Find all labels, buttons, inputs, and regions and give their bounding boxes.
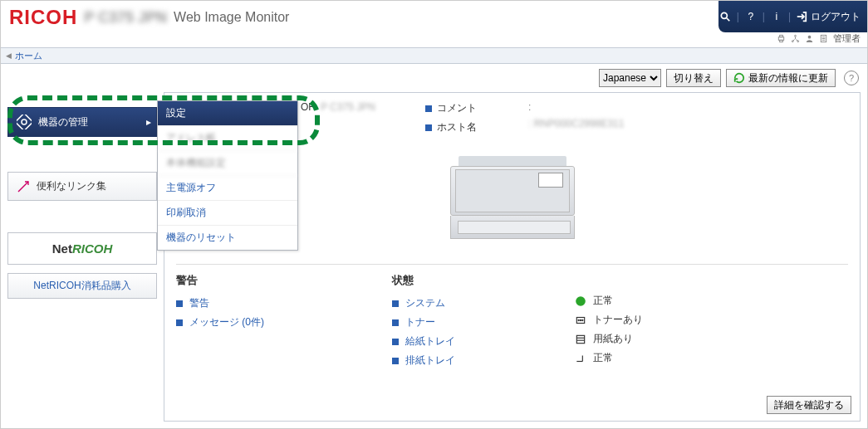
device-flyout: 設定 アドレス帳 本体機能設定 主電源オフ 印刷取消 機器のリセット [157,100,298,251]
refresh-button[interactable]: 最新の情報に更新 [726,69,836,87]
refresh-icon [733,72,745,84]
status-output-tray-link[interactable]: 排紙トレイ [405,353,472,368]
links-icon [17,180,30,193]
bullet-icon [392,300,399,307]
user-icon [805,34,814,43]
model-name: P C375 JPN [84,9,167,27]
host-label: ホスト名 [437,120,495,134]
page-help-icon[interactable]: ? [844,71,859,85]
switch-button[interactable]: 切り替え [666,69,721,87]
warnings-title: 警告 [176,273,342,288]
svg-rect-2 [778,37,783,41]
back-icon: ◀ [6,51,12,60]
divider: | [737,11,739,22]
flyout-item-2[interactable]: アドレス帳 [158,126,297,151]
svg-point-17 [578,319,579,320]
flyout-settings[interactable]: 設定 [158,101,297,126]
info-icon[interactable]: i [770,10,783,23]
divider: | [763,11,765,22]
network-icon [791,34,800,43]
sidebar-device-label: 機器の管理 [38,115,88,129]
model-label: OH [301,101,316,113]
home-link[interactable]: ホーム [15,50,42,62]
svg-rect-20 [576,335,584,343]
comment-label: コメント [437,101,495,115]
status-links-column: 状態 システム トナー 給紙トレイ 排紙トレイ [392,273,525,368]
svg-rect-4 [780,40,783,41]
printer-image [450,151,575,251]
warnings-column: 警告 警告 メッセージ (0件) [176,273,342,368]
chevron-right-icon: ▸ [146,116,151,128]
bullet-icon [392,339,399,345]
detail-button[interactable]: 詳細を確認する [767,396,851,414]
comment-row: コメント [425,101,495,115]
sidebar-useful-links[interactable]: 便利なリンク集 [7,172,157,201]
doc-icon [819,34,828,43]
flyout-item-3[interactable]: 本体機能設定 [158,151,297,176]
paper-icon [575,334,586,345]
toolbar: Japanese 切り替え 最新の情報に更新 ? [1,64,867,89]
svg-point-19 [582,319,583,320]
bullet-icon [425,124,432,131]
svg-point-15 [576,296,586,306]
svg-line-1 [726,18,729,22]
search-icon[interactable] [718,10,732,23]
top-right-bar: | ? | i | ログアウト [718,1,867,32]
model-value: P C375 JPN [321,101,375,113]
netricoh-buy-button[interactable]: NetRICOH消耗品購入 [7,273,157,299]
svg-point-5 [795,35,797,37]
host-value-row: : RNP000C2998E311 [528,118,624,129]
status-input-tray-link[interactable]: 給紙トレイ [405,334,472,349]
svg-point-8 [808,36,812,39]
help-icon[interactable]: ? [744,10,758,23]
bullet-icon [176,300,183,307]
role-row: 管理者 [777,32,861,45]
warnings-link[interactable]: 警告 [189,296,209,310]
status-paper-value: 用紙あり [593,332,633,346]
bullet-icon [392,358,399,364]
svg-point-0 [721,12,727,18]
comment-value-row: : [528,101,624,113]
output-icon [575,353,586,364]
flyout-cancel-print[interactable]: 印刷取消 [158,201,297,226]
status-system-link[interactable]: システム [405,296,472,310]
messages-link[interactable]: メッセージ (0件) [189,315,264,329]
svg-rect-13 [17,115,32,129]
status-toner-value: トナーあり [593,313,643,327]
breadcrumb-bar: ◀ ホーム [1,47,867,64]
app-title: Web Image Monitor [174,10,289,25]
host-row: ホスト名 [425,120,495,134]
sidebar-device-management[interactable]: 機器の管理 ▸ [7,107,157,137]
svg-point-18 [580,319,581,320]
sidebar-links-label: 便利なリンク集 [37,179,106,193]
device-icon [17,115,32,129]
printer-icon [777,34,786,43]
refresh-label: 最新の情報に更新 [748,71,828,85]
flyout-power-off[interactable]: 主電源オフ [158,176,297,201]
role-label: 管理者 [833,32,861,45]
ok-icon [575,295,586,307]
status-output-value: 正常 [593,351,613,365]
status-toner-link[interactable]: トナー [405,315,472,329]
status-values-column: 正常 トナーあり 用紙あり 正常 [575,273,643,368]
status-title: 状態 [392,273,525,288]
status-system-value: 正常 [593,294,613,308]
sidebar: 機器の管理 ▸ 便利なリンク集 NetRICOH NetRICOH消耗品購入 設… [7,92,157,422]
brand-logo: RICOH [9,6,77,29]
host-value: : RNP000C2998E311 [528,118,624,129]
flyout-device-reset[interactable]: 機器のリセット [158,226,297,250]
logout-button[interactable]: ログアウト [796,10,861,24]
netricoh-logo[interactable]: NetRICOH [7,232,157,265]
toner-icon [575,314,586,326]
bullet-icon [176,319,183,326]
logout-label: ログアウト [811,10,861,24]
divider: | [788,11,791,22]
bullet-icon [392,319,399,326]
bullet-icon [425,105,432,112]
svg-point-14 [22,119,27,124]
language-select[interactable]: Japanese [599,69,661,87]
svg-rect-3 [780,35,783,37]
comment-value: : [528,101,531,113]
